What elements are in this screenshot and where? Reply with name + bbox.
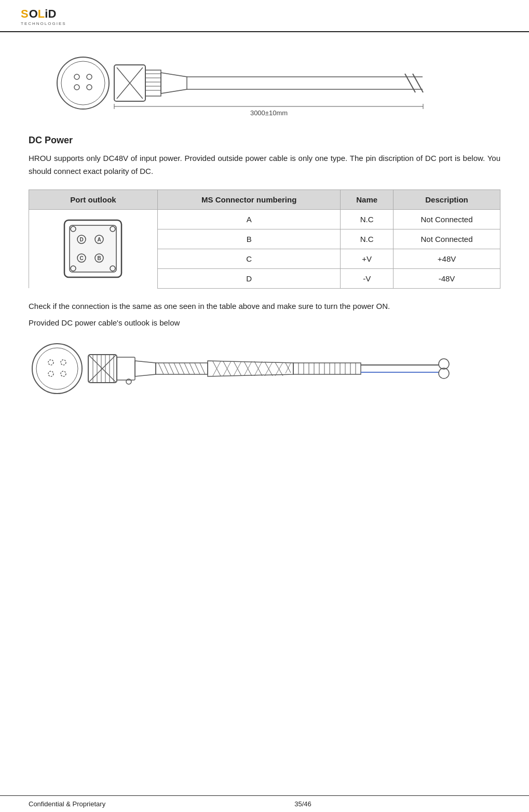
table-header-ms-connector: MS Connector numbering (157, 190, 340, 209)
connector-desc-c: +48V (394, 249, 500, 268)
logo-tagline: TECHNOLOGIES (21, 21, 66, 26)
connector-desc-a: Not Connected (394, 209, 500, 229)
svg-point-45 (61, 371, 66, 376)
svg-point-0 (57, 57, 109, 109)
main-content: 3000±10mm DC Power HROU supports only DC… (0, 32, 529, 444)
after-table-line2: Provided DC power cable's outlook is bel… (29, 317, 500, 330)
svg-marker-15 (161, 73, 187, 93)
svg-rect-27 (70, 225, 116, 272)
logo-letter-l: L (38, 7, 45, 21)
svg-point-41 (36, 348, 78, 389)
svg-rect-55 (117, 357, 135, 380)
cable-diagram-bottom (29, 340, 500, 397)
svg-line-62 (174, 363, 179, 374)
connector-desc-b: Not Connected (394, 229, 500, 249)
svg-line-60 (164, 363, 169, 374)
svg-point-44 (48, 371, 53, 376)
page-footer: Confidential & Proprietary 35/46 (0, 795, 529, 812)
svg-point-2 (74, 74, 79, 79)
cable-diagram-top: 3000±10mm (29, 52, 500, 119)
logo-wordmark: S O L i D (21, 7, 66, 21)
connector-name-c: +V (341, 249, 394, 268)
svg-text:A: A (98, 237, 101, 242)
svg-marker-68 (208, 361, 293, 376)
svg-line-59 (158, 363, 164, 374)
table-header-name: Name (341, 190, 394, 209)
svg-point-40 (32, 344, 82, 394)
after-table-line1: Check if the connection is the same as o… (29, 300, 500, 313)
cable-diagram-svg-bottom (29, 340, 480, 397)
svg-point-1 (61, 61, 105, 105)
logo: S O L i D TECHNOLOGIES (21, 7, 66, 26)
svg-text:C: C (80, 255, 84, 261)
svg-point-43 (61, 360, 66, 365)
footer-confidential: Confidential & Proprietary (29, 800, 105, 808)
svg-text:3000±10mm: 3000±10mm (250, 109, 287, 117)
port-outlook-image-cell: A B D C (29, 209, 158, 288)
svg-point-3 (87, 74, 92, 79)
svg-text:D: D (80, 237, 84, 242)
table-header-description: Description (394, 190, 500, 209)
svg-marker-57 (135, 361, 156, 376)
connector-desc-d: -48V (394, 268, 500, 288)
page-header: S O L i D TECHNOLOGIES (0, 0, 529, 32)
logo-letter-o: O (29, 7, 38, 21)
table-row: A B D C A N.C (29, 209, 500, 229)
dc-power-title: DC Power (29, 135, 500, 146)
logo-letter-d: D (48, 7, 56, 21)
svg-line-64 (184, 363, 189, 374)
svg-line-66 (195, 363, 200, 374)
connector-numbering-d: D (157, 268, 340, 288)
connector-numbering-b: B (157, 229, 340, 249)
svg-point-101 (439, 368, 449, 378)
table-header-port-outlook: Port outlook (29, 190, 158, 209)
connector-icon: A B D C (29, 212, 157, 285)
footer-page-number: 35/46 (294, 800, 311, 808)
svg-line-61 (169, 363, 174, 374)
svg-line-63 (179, 363, 184, 374)
svg-point-100 (439, 359, 449, 369)
connector-name-a: N.C (341, 209, 394, 229)
svg-point-4 (74, 85, 79, 90)
connector-face-svg: A B D C (62, 218, 124, 280)
svg-line-67 (200, 363, 205, 374)
svg-text:B: B (98, 255, 101, 261)
connector-name-b: N.C (341, 229, 394, 249)
svg-line-65 (189, 363, 195, 374)
logo-letter-s: S (21, 7, 29, 21)
connector-numbering-a: A (157, 209, 340, 229)
dc-power-description: HROU supports only DC48V of input power.… (29, 152, 500, 178)
cable-diagram-svg-top: 3000±10mm (52, 52, 478, 119)
connector-name-d: -V (341, 268, 394, 288)
svg-point-5 (87, 85, 92, 90)
svg-point-42 (48, 360, 53, 365)
connector-numbering-c: C (157, 249, 340, 268)
connector-table: Port outlook MS Connector numbering Name… (29, 190, 500, 289)
